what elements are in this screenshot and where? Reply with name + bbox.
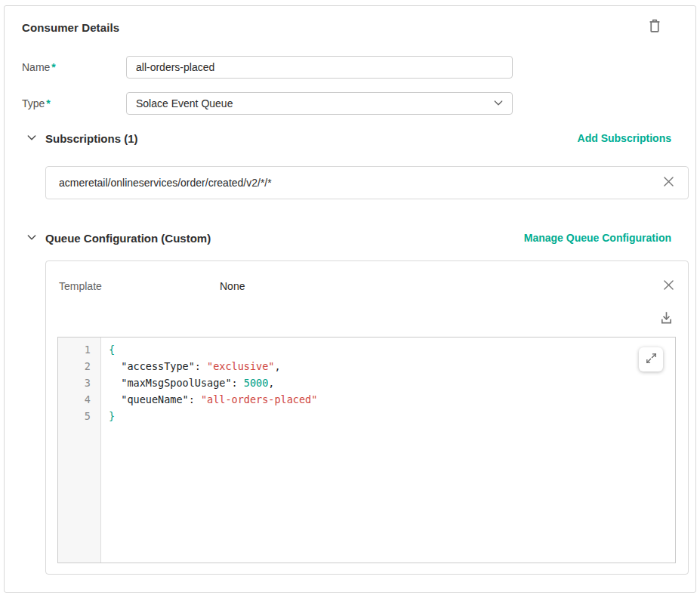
subscription-item: acmeretail/onlineservices/order/created/…: [45, 166, 689, 199]
template-select[interactable]: None: [220, 280, 661, 292]
expand-editor-button[interactable]: [639, 347, 663, 371]
name-label-text: Name: [22, 61, 50, 73]
code-line: "queueName": "all-orders-placed": [109, 391, 675, 408]
template-label: Template: [59, 280, 220, 292]
editor-gutter: 12345: [58, 338, 101, 563]
line-number: 2: [58, 358, 91, 375]
queue-config-title: Queue Configuration (Custom): [45, 232, 524, 245]
queue-config-panel: Template None: [45, 260, 689, 575]
name-input[interactable]: [126, 56, 513, 79]
download-config-button[interactable]: [658, 311, 674, 328]
expand-icon: [645, 352, 658, 367]
delete-consumer-button[interactable]: [646, 17, 663, 37]
consumer-details-card: Consumer Details Name* Type* Solace Even…: [4, 5, 696, 593]
queue-config-code-editor: 12345 { "accessType": "exclusive", "maxM…: [57, 337, 676, 563]
queue-config-header: Queue Configuration (Custom) Manage Queu…: [22, 230, 684, 246]
card-header: Consumer Details: [22, 17, 684, 35]
type-select-value: Solace Event Queue: [136, 97, 233, 109]
manage-queue-configuration-link[interactable]: Manage Queue Configuration: [524, 232, 671, 244]
line-number: 3: [58, 375, 91, 391]
type-row: Type* Solace Event Queue: [22, 92, 684, 115]
type-label: Type*: [22, 97, 126, 109]
name-row: Name*: [22, 56, 684, 79]
add-subscriptions-link[interactable]: Add Subscriptions: [578, 132, 671, 144]
code-line: {: [109, 341, 675, 358]
clear-template-button[interactable]: [661, 278, 676, 294]
queue-config-collapse-toggle[interactable]: [25, 231, 39, 245]
line-number: 5: [58, 408, 91, 424]
subscriptions-title: Subscriptions (1): [45, 132, 578, 145]
chevron-down-icon: [26, 231, 38, 245]
download-icon: [658, 310, 674, 328]
code-line: "accessType": "exclusive",: [109, 358, 675, 375]
chevron-down-icon: [492, 97, 504, 111]
code-line: "maxMsgSpoolUsage": 5000,: [109, 375, 675, 391]
template-row: Template None: [57, 275, 676, 297]
type-label-text: Type: [22, 97, 45, 109]
subscriptions-header: Subscriptions (1) Add Subscriptions: [22, 130, 684, 146]
remove-subscription-button[interactable]: [661, 174, 676, 191]
close-icon: [661, 278, 676, 294]
subscriptions-collapse-toggle[interactable]: [25, 131, 39, 145]
line-number: 4: [58, 391, 91, 408]
page-title: Consumer Details: [22, 17, 119, 34]
line-number: 1: [58, 341, 91, 358]
type-select[interactable]: Solace Event Queue: [126, 92, 513, 115]
download-row: [57, 311, 676, 328]
close-icon: [661, 174, 676, 191]
chevron-down-icon: [26, 131, 38, 146]
code-line: }: [109, 408, 675, 424]
trash-icon: [646, 17, 663, 37]
subscription-topic: acmeretail/onlineservices/order/created/…: [59, 177, 661, 189]
name-label: Name*: [22, 61, 126, 73]
code-content[interactable]: { "accessType": "exclusive", "maxMsgSpoo…: [101, 338, 675, 563]
required-asterisk: *: [46, 97, 50, 109]
required-asterisk: *: [51, 61, 55, 73]
